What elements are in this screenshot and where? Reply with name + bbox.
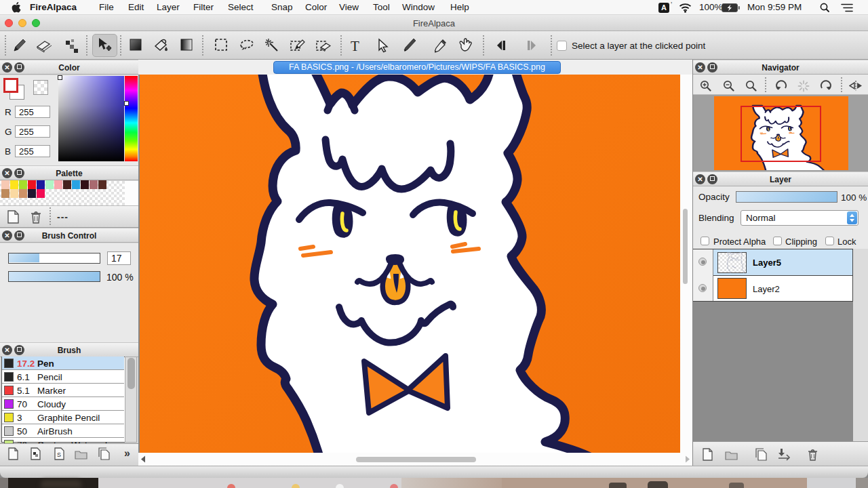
svg-text:S: S	[57, 451, 61, 458]
